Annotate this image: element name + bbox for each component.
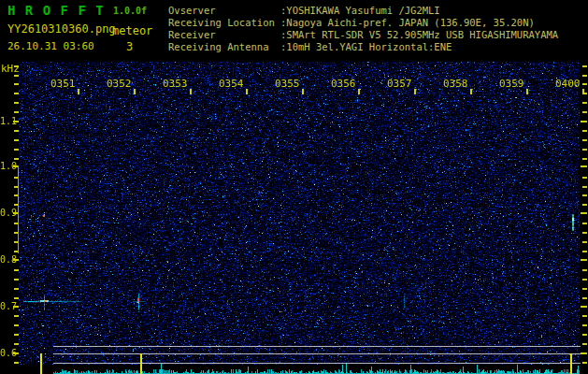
left-edge-scale-line	[18, 165, 19, 253]
freq-tick-label: 1.0	[0, 161, 13, 171]
time-tick-label: 0355	[275, 78, 300, 90]
reference-line	[53, 363, 581, 364]
freq-minor-tick-right	[582, 297, 587, 299]
freq-major-tick-right	[581, 212, 587, 214]
freq-tick-label: 0.6	[0, 348, 13, 358]
freq-minor-tick-right	[582, 232, 587, 234]
freq-minor-tick-right	[582, 315, 587, 317]
time-tick-label: 0356	[331, 78, 356, 90]
freq-major-tick-right	[581, 259, 587, 261]
info-row: Receiver:SMArt RTL-SDR V5 52.905MHz USB …	[168, 29, 558, 41]
freq-minor-tick-left	[14, 83, 19, 85]
info-value: :SMArt RTL-SDR V5 52.905MHz USB HIGASHIM…	[280, 29, 558, 40]
hrofft-window: H R O F F T 1.0.0f YY2610310360.png mete…	[0, 0, 588, 374]
time-tick-mark	[414, 89, 416, 94]
time-tick-mark	[78, 89, 79, 94]
freq-major-tick-left	[13, 306, 19, 308]
freq-minor-tick-right	[582, 362, 587, 364]
freq-minor-tick-left	[14, 149, 19, 151]
freq-minor-tick-right	[582, 83, 587, 85]
freq-minor-tick-right	[582, 204, 587, 206]
freq-minor-tick-left	[14, 324, 19, 326]
time-tick-mark	[246, 89, 248, 94]
time-tick-mark	[358, 89, 360, 94]
freq-minor-tick-right	[582, 279, 587, 280]
freq-minor-tick-right	[582, 158, 587, 160]
time-tick-mark	[134, 89, 136, 94]
info-row: Receiving Antenna:10mH 3el.YAGI Horizont…	[168, 41, 558, 53]
freq-minor-tick-right	[582, 139, 587, 141]
freq-minor-tick-right	[582, 288, 587, 290]
info-label: Receiving Location	[168, 17, 280, 29]
freq-major-tick-left	[13, 259, 19, 261]
time-tick-label: 0353	[163, 78, 188, 90]
info-label: Receiving Antenna	[168, 41, 280, 53]
time-tick-label: 0351	[50, 78, 76, 90]
freq-minor-tick-left	[14, 269, 19, 271]
meteor-event-marker	[140, 353, 142, 374]
freq-minor-tick-right	[582, 177, 587, 179]
info-row: Receiving Location:Nagoya Aichi-pref. JA…	[168, 17, 558, 29]
time-tick-mark	[190, 89, 192, 94]
app-version: 1.0.0f	[113, 6, 147, 16]
freq-tick-label: 0.8	[0, 254, 13, 265]
time-tick-mark	[470, 89, 472, 94]
mode-label: meteor	[112, 24, 152, 37]
freq-minor-tick-left	[14, 111, 19, 113]
meteor-count: 3	[126, 40, 133, 53]
freq-tick-label: 0.9	[0, 208, 13, 218]
freq-minor-tick-right	[582, 324, 587, 326]
info-value: :10mH 3el.YAGI Horizontal:ENE	[280, 41, 452, 52]
freq-minor-tick-right	[582, 251, 587, 252]
reference-line	[53, 346, 581, 347]
freq-minor-tick-right	[582, 149, 587, 151]
freq-minor-tick-left	[14, 130, 19, 132]
time-tick-label: 0359	[499, 78, 524, 90]
freq-major-tick-right	[581, 165, 587, 167]
freq-minor-tick-left	[14, 93, 19, 94]
time-tick-mark	[526, 89, 528, 94]
freq-minor-tick-left	[14, 102, 19, 104]
meteor-event-marker	[570, 353, 572, 374]
freq-minor-tick-right	[582, 186, 587, 188]
freq-minor-tick-left	[14, 65, 19, 67]
time-tick-label: 0352	[107, 78, 132, 90]
meteor-event-marker	[40, 353, 42, 374]
freq-minor-tick-right	[582, 102, 587, 104]
freq-minor-tick-left	[14, 297, 19, 299]
freq-minor-tick-right	[582, 241, 587, 243]
freq-minor-tick-left	[14, 139, 19, 141]
freq-minor-tick-left	[14, 315, 19, 317]
info-label: Receiver	[168, 29, 280, 41]
info-value: :YOSHIKAWA Yasufumi /JG2MLI	[280, 5, 440, 16]
datetime-stamp: 26.10.31 03:60	[7, 40, 94, 52]
freq-minor-tick-right	[582, 269, 587, 271]
freq-tick-label: 1.1	[0, 116, 13, 126]
freq-minor-tick-right	[582, 75, 587, 77]
time-tick-label: 0354	[219, 78, 244, 90]
app-title: H R O F F T	[7, 3, 105, 18]
freq-minor-tick-left	[14, 343, 19, 345]
time-tick-label: 0358	[443, 78, 468, 90]
freq-major-tick-left	[13, 352, 19, 354]
time-tick-label: 0400	[555, 78, 581, 90]
freq-minor-tick-right	[582, 130, 587, 132]
freq-minor-tick-right	[582, 111, 587, 113]
freq-minor-tick-left	[14, 158, 19, 160]
reference-line	[53, 353, 581, 354]
info-label: Ovserver	[168, 5, 280, 17]
freq-minor-tick-right	[582, 334, 587, 336]
freq-tick-label: 0.7	[0, 301, 13, 311]
freq-minor-tick-left	[14, 75, 19, 77]
freq-minor-tick-left	[14, 279, 19, 280]
spectrogram-canvas	[19, 62, 580, 374]
freq-major-tick-right	[581, 306, 587, 308]
output-filename: YY2610310360.png	[7, 22, 116, 36]
freq-minor-tick-left	[14, 288, 19, 290]
freq-major-tick-right	[581, 352, 587, 354]
info-value: :Nagoya Aichi-pref. JAPAN (136.90E, 35.2…	[280, 17, 535, 28]
freq-minor-tick-left	[14, 334, 19, 336]
freq-major-tick-left	[13, 121, 19, 122]
info-row: Ovserver:YOSHIKAWA Yasufumi /JG2MLI	[168, 5, 558, 17]
freq-unit-label: kHz	[1, 63, 20, 75]
